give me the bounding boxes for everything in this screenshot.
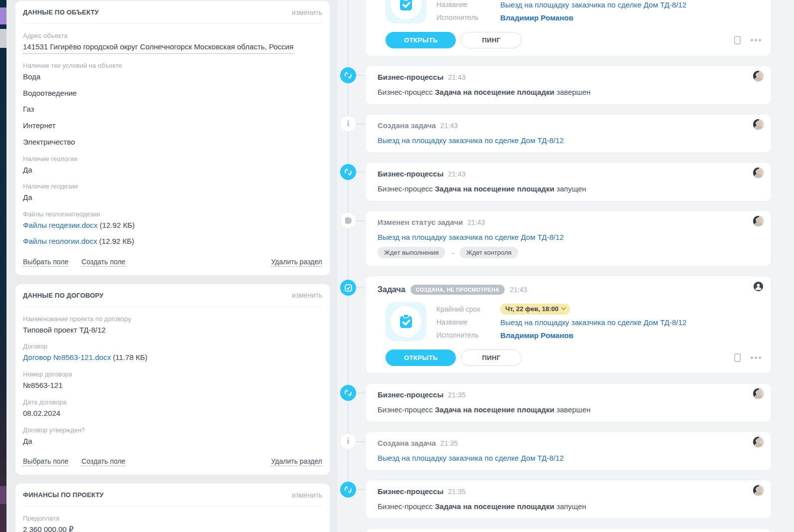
section-finances: ФИНАНСЫ ПО ПРОЕКТУ изменить Предоплата 2…	[15, 484, 330, 532]
section-object-data: ДАННЫЕ ПО ОБЪЕКТУ изменить Адрес объекта…	[15, 1, 330, 275]
avatar[interactable]	[753, 436, 764, 448]
field-value: 2 360 000.00 ₽	[23, 525, 322, 532]
info-icon: i	[340, 116, 356, 132]
nav-item-marker[interactable]	[0, 29, 6, 48]
entry-title: Создана задача	[378, 439, 436, 447]
field-label: Исполнитель	[436, 13, 500, 21]
person-icon	[753, 281, 764, 292]
select-field-link[interactable]: Выбрать поле	[23, 258, 68, 267]
process-sync-icon	[340, 67, 356, 83]
timeline-entry-business-process: Бизнес-процессы 21:43 Бизнес-процесс Зад…	[365, 65, 772, 105]
section-contract-data: ДАННЫЕ ПО ДОГОВОРУ изменить Наименование…	[15, 284, 330, 475]
delete-section-link[interactable]: Удалить раздел	[271, 457, 322, 466]
entry-body: Бизнес-процесс Задача на посещение площа…	[378, 184, 761, 193]
timeline-entry-business-process: Бизнес-процессы 21:35 Бизнес-процесс Зад…	[365, 480, 772, 519]
delete-section-link[interactable]: Удалить раздел	[271, 258, 322, 267]
entry-time: 21:43	[510, 286, 527, 294]
task-name-link[interactable]: Выезд на площадку заказчика по сделке До…	[500, 0, 686, 9]
field-value: Да	[23, 166, 322, 175]
timeline-entry-task-created: i Создана задача 21:35 Выезд на площадку…	[365, 431, 772, 471]
entry-title: Задача	[378, 285, 405, 294]
assignee-link[interactable]: Владимир Романов	[500, 13, 573, 22]
field-value: Интернет	[23, 121, 322, 131]
field-label: Наименование проекта по договору	[23, 315, 322, 323]
field-value: №8563-121	[23, 381, 322, 390]
task-status-badge: СОЗДАНА, НЕ ПРОСМОТРЕНА	[410, 285, 505, 295]
avatar[interactable]	[753, 215, 764, 227]
task-name-link[interactable]: Выезд на площадку заказчика по сделке До…	[378, 136, 564, 145]
avatar[interactable]	[753, 485, 764, 496]
edit-section-link[interactable]: изменить	[292, 8, 322, 16]
ping-button[interactable]: ПИНГ	[461, 350, 521, 366]
file-link[interactable]: Договор №8563-121.docx	[23, 353, 111, 361]
comment-bubble-icon[interactable]	[733, 35, 743, 45]
section-title: ДАННЫЕ ПО ОБЪЕКТУ	[23, 8, 99, 16]
deal-details-panel: ДАННЫЕ ПО ОБЪЕКТУ изменить Адрес объекта…	[6, 0, 337, 532]
file-link[interactable]: Файлы геологии.docx	[23, 237, 97, 245]
task-name-link[interactable]: Выезд на площадку заказчика по сделке До…	[378, 454, 564, 462]
entry-body: Бизнес-процесс Задача на посещение площа…	[378, 405, 761, 414]
avatar[interactable]	[753, 119, 764, 130]
process-sync-icon	[340, 482, 356, 498]
timeline-entry-business-process: Бизнес-процессы 21:43 Бизнес-процесс Зад…	[365, 162, 772, 201]
status-badge-to: Ждет контроля	[460, 247, 518, 258]
field-label: Номер договора	[23, 370, 322, 378]
nav-item-bottom-marker	[0, 486, 6, 504]
task-name-link[interactable]: Выезд на площадку заказчика по сделке До…	[500, 318, 686, 327]
field-value: Да	[23, 193, 322, 202]
create-field-link[interactable]: Создать поле	[81, 258, 125, 267]
timeline-entry-business-process: Бизнес-процессы 21:35 Бизнес-процесс Зад…	[365, 383, 772, 422]
file-size: (12.92 КБ)	[100, 221, 135, 229]
field-label: Адрес объекта	[23, 32, 322, 39]
entry-title: Изменен статус задачи	[378, 218, 463, 226]
select-field-link[interactable]: Выбрать поле	[23, 457, 68, 466]
timeline: Название Выезд на площадку заказчика по …	[340, 0, 772, 490]
avatar[interactable]	[753, 70, 764, 82]
avatar-generic-person[interactable]	[753, 281, 764, 292]
ping-button[interactable]: ПИНГ	[461, 32, 521, 48]
entry-time: 21:43	[440, 122, 458, 130]
timeline-entry-task: Задача СОЗДАНА, НЕ ПРОСМОТРЕНА 21:43	[365, 276, 772, 374]
process-sync-icon	[340, 385, 356, 401]
nav-item-active-marker[interactable]	[0, 7, 6, 24]
deadline-pill[interactable]: Чт, 22 фев, 18:00	[500, 304, 570, 315]
edit-section-link[interactable]: изменить	[292, 291, 322, 299]
field-label: Договор утвержден?	[23, 426, 322, 434]
entry-time: 21:43	[448, 170, 465, 178]
avatar[interactable]	[753, 167, 764, 178]
process-sync-icon	[340, 164, 356, 180]
field-value: Типовой проект ТД-8/12	[23, 326, 322, 335]
ellipsis-icon[interactable]	[751, 39, 761, 41]
open-task-button[interactable]: ОТКРЫТЬ	[386, 350, 456, 366]
entry-time: 21:35	[448, 488, 465, 496]
field-label: Договор	[23, 343, 322, 350]
assignee-link[interactable]: Владимир Романов	[500, 331, 573, 340]
open-task-button[interactable]: ОТКРЫТЬ	[386, 32, 456, 48]
collapsed-left-nav[interactable]	[0, 0, 6, 532]
file-link[interactable]: Файлы геодезии.docx	[23, 221, 98, 229]
file-size: (12.92 КБ)	[99, 237, 134, 245]
field-label: Крайний срок	[436, 305, 500, 313]
ellipsis-icon[interactable]	[751, 356, 761, 359]
entry-body: Бизнес-процесс Задача на посещение площа…	[378, 502, 761, 511]
chevron-down-icon	[561, 307, 566, 311]
activity-timeline-panel: Название Выезд на площадку заказчика по …	[337, 0, 794, 532]
create-field-link[interactable]: Создать поле	[81, 457, 125, 466]
address-editable-value[interactable]: 141531 Гигирёво городской округ Солнечно…	[23, 42, 293, 54]
task-big-icon	[386, 302, 426, 341]
comment-bubble-icon[interactable]	[733, 353, 743, 362]
task-big-icon	[386, 0, 426, 23]
avatar[interactable]	[753, 388, 764, 399]
entry-time: 21:43	[448, 73, 465, 81]
file-size: (11.78 КБ)	[113, 353, 147, 361]
edit-section-link[interactable]: изменить	[292, 491, 322, 499]
timeline-entry-task: Задача ЗАВЕРШЕНА 21:35	[365, 528, 772, 532]
task-clipboard-icon	[397, 0, 415, 13]
field-value: Вода	[23, 72, 322, 82]
task-name-link[interactable]: Выезд на площадку заказчика по сделке До…	[378, 233, 564, 241]
task-clipboard-icon	[397, 313, 415, 331]
field-value: 08.02.2024	[23, 409, 322, 418]
entry-title: Создана задача	[378, 121, 436, 130]
entry-title: Бизнес-процессы	[378, 487, 443, 496]
field-value: Электричество	[23, 138, 322, 147]
